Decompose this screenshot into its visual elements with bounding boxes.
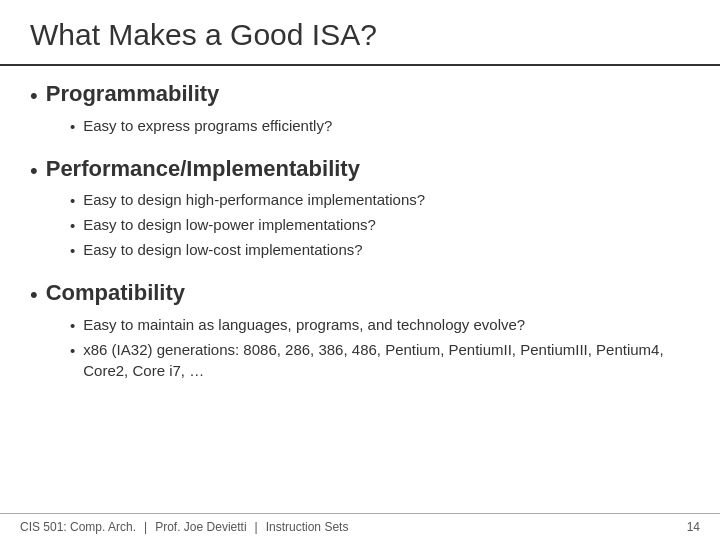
sub-bullet-text: Easy to design low-power implementations… [83,214,376,235]
sub-bullet-text: Easy to design low-cost implementations? [83,239,362,260]
sub-bullet-dot: • [70,240,75,261]
sub-bullet: • Easy to design low-power implementatio… [70,214,690,236]
main-bullet-compatibility: • Compatibility [30,279,690,310]
sub-bullet-text: Easy to design high-performance implemen… [83,189,425,210]
footer-left: CIS 501: Comp. Arch. | Prof. Joe Deviett… [20,520,348,534]
sub-bullet-text: Easy to express programs efficiently? [83,115,332,136]
bullet-dot: • [30,82,38,111]
footer: CIS 501: Comp. Arch. | Prof. Joe Deviett… [0,513,720,540]
bullet-dot: • [30,157,38,186]
slide-title: What Makes a Good ISA? [0,0,720,66]
main-bullet-label: Programmability [46,80,220,109]
sub-bullet-text: x86 (IA32) generations: 8086, 286, 386, … [83,339,690,381]
main-bullet-label: Compatibility [46,279,185,308]
main-bullet-label: Performance/Implementability [46,155,360,184]
slide-content: • Programmability • Easy to express prog… [0,76,720,513]
sub-bullet: • Easy to design high-performance implem… [70,189,690,211]
slide-heading: What Makes a Good ISA? [30,18,690,52]
sub-bullet: • x86 (IA32) generations: 8086, 286, 386… [70,339,690,381]
sub-bullet-dot: • [70,215,75,236]
footer-professor: Prof. Joe Devietti [155,520,246,534]
sub-bullet-dot: • [70,340,75,361]
sub-bullets-performance: • Easy to design high-performance implem… [70,189,690,261]
sub-bullets-programmability: • Easy to express programs efficiently? [70,115,690,137]
sub-bullet: • Easy to design low-cost implementation… [70,239,690,261]
sub-bullet-dot: • [70,315,75,336]
section-compatibility: • Compatibility • Easy to maintain as la… [30,279,690,389]
footer-topic: Instruction Sets [266,520,349,534]
main-bullet-performance: • Performance/Implementability [30,155,690,186]
sub-bullet: • Easy to maintain as languages, program… [70,314,690,336]
footer-sep2: | [255,520,258,534]
slide: What Makes a Good ISA? • Programmability… [0,0,720,540]
footer-page-number: 14 [687,520,700,534]
main-bullet-programmability: • Programmability [30,80,690,111]
sub-bullet: • Easy to express programs efficiently? [70,115,690,137]
sub-bullet-dot: • [70,116,75,137]
sub-bullet-dot: • [70,190,75,211]
sub-bullet-text: Easy to maintain as languages, programs,… [83,314,525,335]
footer-course: CIS 501: Comp. Arch. [20,520,136,534]
section-programmability: • Programmability • Easy to express prog… [30,80,690,145]
section-performance: • Performance/Implementability • Easy to… [30,155,690,270]
sub-bullets-compatibility: • Easy to maintain as languages, program… [70,314,690,381]
footer-sep1: | [144,520,147,534]
bullet-dot: • [30,281,38,310]
